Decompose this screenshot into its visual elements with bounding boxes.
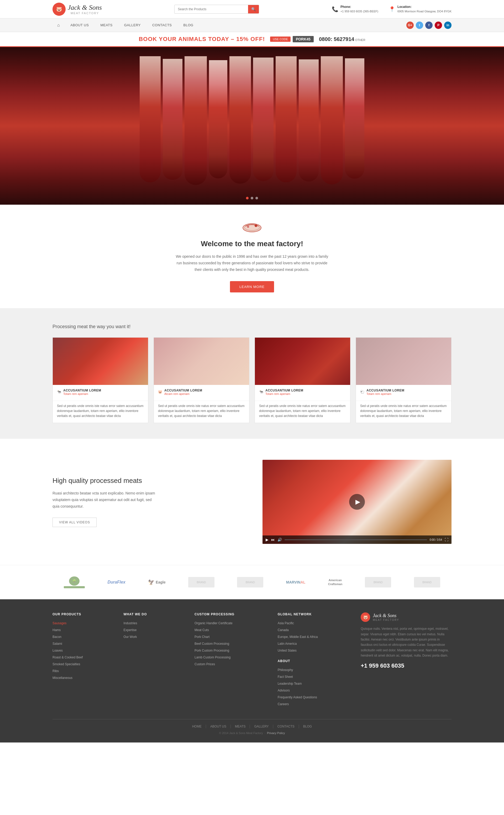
nav-contacts[interactable]: CONTACTS [146,19,178,31]
product-image-2 [154,338,249,385]
play-button[interactable]: ▶ [349,494,365,510]
video-thumbnail: ▶ ▶ ⏭ 🔊 0:00 / 3:54 ⛶ [263,460,451,544]
welcome-description: We opened our doors to the public in 199… [173,253,331,273]
video-progress-bar[interactable] [285,539,427,540]
footer-link-leadership[interactable]: Leadership Team [278,681,350,686]
svg-point-2 [255,225,257,227]
footer-privacy[interactable]: Privacy Policy [267,732,285,735]
product-name-2: ACCUSANTIUM LOREM [164,389,202,392]
brand-8: BRAND [365,576,391,589]
footer-whatwedo-title: WHAT WE DO [124,613,184,616]
learn-more-button[interactable]: LEARN MORE [230,281,274,293]
search-button[interactable]: 🔍 [248,5,259,13]
brand-4: BRAND [188,576,214,589]
footer-link-smoked[interactable]: Smoked Specialties [53,662,113,667]
footer-link-ourwork[interactable]: Our Work [124,635,184,639]
linkedin-icon[interactable]: in [444,22,451,29]
google-plus-icon[interactable]: G+ [406,22,414,29]
fullscreen-control[interactable]: ⛶ [445,537,448,542]
hero-slider [0,47,504,205]
promo-phone: 0800: 5627914 [319,36,354,42]
footer-link-meatcuts[interactable]: Meat Cuts [195,628,267,633]
footer-link-organic[interactable]: Organic Handler Certificate [195,621,267,626]
slider-dots [246,197,258,199]
product-name-3: ACCUSANTIUM LOREM [265,389,303,392]
promo-other: OTHER [355,38,365,41]
footer-link-hams[interactable]: Hams [53,628,113,633]
footer-nav-about[interactable]: ABOUT US [206,725,231,728]
footer-link-salami[interactable]: Salami [53,641,113,646]
footer-nav-contacts[interactable]: CONTACTS [273,725,299,728]
footer-link-canada[interactable]: Canada [278,628,350,633]
processing-section: Processing meat the way you want it! 🐄 A… [0,308,504,439]
product-icon-4: 🐑 [360,390,364,394]
footer-link-asia[interactable]: Asia Pacific [278,621,350,626]
footer-link-custom-prices[interactable]: Custom Prices [195,662,267,667]
location-icon: 📍 [389,6,395,12]
footer-link-advisors[interactable]: Advisors [278,688,350,693]
footer-link-us[interactable]: United States [278,648,350,653]
twitter-icon[interactable]: t [416,22,423,29]
footer-link-bacon[interactable]: Bacon [53,635,113,639]
footer-copyright-area: © 2014 Jack & Sons Meat Factory · Privac… [53,732,451,735]
footer-nav-blog[interactable]: BLOG [299,725,316,728]
footer-network-title: GLOBAL NETWORK [278,613,350,616]
view-all-videos-button[interactable]: VIEW ALL VIDEOS [53,517,97,527]
facebook-icon[interactable]: f [425,22,433,29]
product-info-1: 🐄 ACCUSANTIUM LOREM Totam rem aperiam [53,385,148,401]
pinterest-icon[interactable]: P [435,22,442,29]
footer-link-roast[interactable]: Roast & Cooked Beef [53,655,113,660]
search-input[interactable] [175,5,248,13]
nav-gallery[interactable]: GALLERY [118,19,146,31]
logo-icon: 🐷 [53,3,66,16]
brand-5: BRAND [237,576,263,589]
brand-1: 🌳 [64,576,85,589]
footer-nav-home[interactable]: HOME [188,725,206,728]
brands-section: 🌳 DuraFlex 🦅 Eagle BRAND BRAND MARVINAL … [0,565,504,599]
slider-dot-1[interactable] [246,197,249,199]
footer-link-pork-custom[interactable]: Pork Custom Processing [195,648,267,653]
nav-blog[interactable]: BLOG [178,19,199,31]
nav-about-us[interactable]: ABOUT US [65,19,95,31]
meat-display [140,54,364,190]
slider-dot-2[interactable] [251,197,253,199]
footer-link-porkchart[interactable]: Pork Chart [195,635,267,639]
product-card-1: 🐄 ACCUSANTIUM LOREM Totam rem aperiam Se… [53,337,148,423]
logo-sub: meat factory [68,12,102,15]
search-bar[interactable]: 🔍 [174,5,259,14]
header: 🐷 Jack & Sons meat factory 🔍 📞 Phone: +1… [0,0,504,18]
play-control[interactable]: ▶ [266,537,269,542]
footer-link-misc[interactable]: Miscellaneous [53,676,113,680]
product-sub-3: Totam rem aperiam [265,392,303,395]
nav-meats[interactable]: MEATS [95,19,118,31]
footer-link-factsheet[interactable]: Fact Sheet [278,675,350,679]
footer-link-ribs[interactable]: Ribs [53,669,113,674]
svg-point-3 [247,226,249,228]
navbar: ⌂ ABOUT US MEATS GALLERY CONTACTS BLOG G… [0,18,504,32]
footer-link-sausages[interactable]: Sausages [53,621,113,626]
nav-home[interactable]: ⌂ [53,19,65,32]
video-player: ▶ ▶ ⏭ 🔊 0:00 / 3:54 ⛶ [263,460,451,544]
footer-link-latin[interactable]: Latin America [278,641,350,646]
nav-left: ⌂ ABOUT US MEATS GALLERY CONTACTS BLOG [53,19,199,32]
skip-control[interactable]: ⏭ [271,537,275,542]
product-sub-2: Atcam rem aperiam [164,392,202,395]
product-category-1: 🐄 ACCUSANTIUM LOREM Totam rem aperiam [57,389,144,395]
footer-nav-gallery[interactable]: GALLERY [250,725,273,728]
footer-link-industries[interactable]: Industries [124,621,184,626]
slider-dot-3[interactable] [255,197,258,199]
footer-link-loaves[interactable]: Loaves [53,648,113,653]
footer-link-lamb-custom[interactable]: Lamb Custom Processing [195,655,267,660]
footer-link-expertise[interactable]: Expertise [124,628,184,633]
volume-control[interactable]: 🔊 [277,537,282,542]
footer-link-europe[interactable]: Europe, Middle East & Africa [278,635,350,639]
logo: 🐷 Jack & Sons meat factory [53,3,102,16]
footer-link-faq[interactable]: Frequently Asked Questions [278,695,350,700]
social-links: G+ t f P in [406,22,451,29]
footer-link-philosophy[interactable]: Philosophy [278,668,350,672]
footer-nav-meats[interactable]: MEATS [231,725,250,728]
footer-link-careers[interactable]: Careers [278,702,350,707]
product-info-2: 🐷 ACCUSANTIUM LOREM Atcam rem aperiam [154,385,249,401]
video-description: Ruasi architecto beatae vcta sunt explic… [53,490,157,510]
footer-link-beef-custom[interactable]: Beef Custom Processing [195,641,267,646]
